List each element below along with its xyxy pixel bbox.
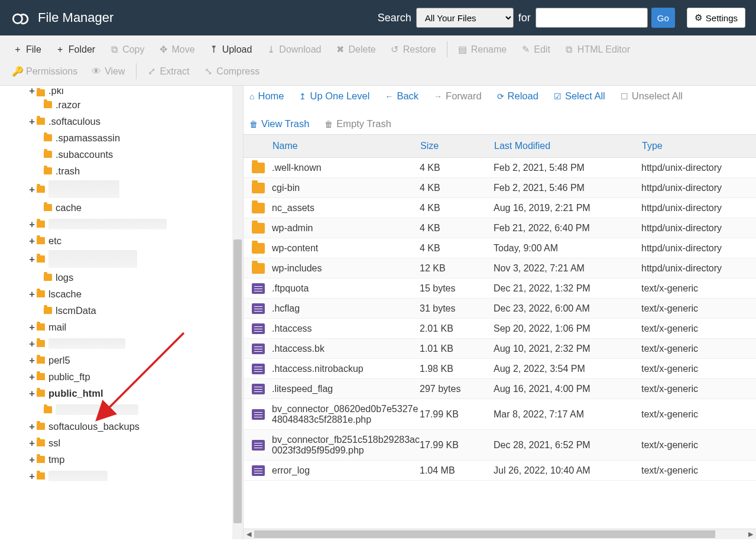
- file-row[interactable]: .ftpquota 15 bytes Dec 21, 2022, 1:32 PM…: [244, 278, 756, 299]
- settings-button[interactable]: ⚙Settings: [687, 8, 745, 28]
- search-input[interactable]: [536, 8, 648, 28]
- folder-icon: [37, 118, 45, 125]
- expand-icon[interactable]: +: [28, 219, 35, 230]
- file-row[interactable]: wp-admin 4 KB Feb 21, 2022, 6:40 PM http…: [244, 218, 756, 238]
- tree-item-public_html[interactable]: +public_html: [6, 385, 243, 401]
- expand-icon[interactable]: +: [28, 338, 35, 349]
- tree-item-.razor[interactable]: .razor: [6, 96, 243, 113]
- search-scope-select[interactable]: All Your Files: [416, 8, 514, 28]
- file-row[interactable]: .htaccess.nitrobackup 1.98 KB Aug 2, 202…: [244, 359, 756, 379]
- file-row[interactable]: .well-known 4 KB Feb 2, 2021, 5:48 PM ht…: [244, 158, 756, 178]
- tree-item-softaculous_backups[interactable]: +softaculous_backups: [6, 418, 243, 435]
- tree-label: ssl: [48, 438, 60, 449]
- file-row[interactable]: wp-content 4 KB Today, 9:00 AM httpd/uni…: [244, 238, 756, 258]
- expand-icon[interactable]: +: [28, 371, 35, 383]
- tree-item-mail[interactable]: +mail: [6, 319, 243, 335]
- file-modified: Feb 2, 2021, 5:48 PM: [494, 163, 641, 173]
- expand-icon[interactable]: +: [28, 289, 35, 300]
- file-row[interactable]: .htaccess.bk 1.01 KB Aug 10, 2021, 2:32 …: [244, 339, 756, 359]
- expand-icon[interactable]: +: [28, 355, 35, 366]
- tool-move: ✥Move: [152, 39, 202, 60]
- tree-item-lscmData[interactable]: lscmData: [6, 302, 243, 319]
- app-title: File Manager: [38, 10, 113, 25]
- col-last-modified[interactable]: Last Modified: [494, 141, 642, 151]
- tree-item-masked[interactable]: [6, 401, 243, 418]
- tree-item-masked[interactable]: +: [6, 468, 243, 484]
- tool-file[interactable]: +File: [6, 39, 48, 60]
- action-selectall[interactable]: ☑Select All: [554, 90, 605, 102]
- tree-item-ssl[interactable]: +ssl: [6, 435, 243, 451]
- for-label: for: [518, 12, 531, 24]
- expand-icon[interactable]: +: [28, 254, 35, 265]
- tree-item-masked[interactable]: +: [6, 249, 243, 269]
- masked-label: [48, 250, 137, 268]
- upload-icon: ⤒: [209, 44, 219, 55]
- action-reload[interactable]: ⟳Reload: [497, 90, 538, 102]
- file-grid: .well-known 4 KB Feb 2, 2021, 5:48 PM ht…: [244, 158, 756, 529]
- compress-icon: ⤡: [203, 66, 213, 77]
- file-modified: Dec 23, 2022, 6:00 AM: [494, 303, 641, 314]
- tree-item-.trash[interactable]: .trash: [6, 163, 243, 179]
- app-header: File Manager Search All Your Files for G…: [0, 0, 756, 35]
- tree-scrollbar[interactable]: [232, 86, 243, 539]
- folder-icon: [44, 151, 52, 158]
- tree-label: .softaculous: [48, 116, 100, 127]
- tree-item-masked[interactable]: +: [6, 335, 243, 352]
- expand-icon[interactable]: +: [28, 184, 35, 195]
- file-row[interactable]: error_log 1.04 MB Jul 26, 2022, 10:40 AM…: [244, 461, 756, 481]
- action-viewtrash[interactable]: 🗑View Trash: [249, 118, 309, 129]
- expand-icon[interactable]: +: [28, 88, 35, 96]
- tree-item-.spamassassin[interactable]: .spamassassin: [6, 129, 243, 146]
- file-row[interactable]: .hcflag 31 bytes Dec 23, 2022, 6:00 AM t…: [244, 299, 756, 319]
- file-row[interactable]: bv_connector_08620ed0b7e5327e48048483c5f…: [244, 399, 756, 430]
- expand-icon[interactable]: +: [28, 438, 35, 449]
- tree-item-lscache[interactable]: +lscache: [6, 286, 243, 302]
- action-back[interactable]: ←Back: [385, 90, 418, 102]
- action-forward: →Forward: [434, 90, 482, 102]
- folder-icon: [44, 274, 52, 281]
- file-type: text/x-generic: [641, 409, 748, 420]
- expand-icon[interactable]: +: [28, 322, 35, 333]
- folder-icon: [37, 357, 45, 364]
- horizontal-scrollbar[interactable]: ◀▶: [244, 529, 756, 539]
- file-type: text/x-generic: [641, 440, 748, 451]
- tool-folder[interactable]: +Folder: [48, 39, 102, 60]
- file-row[interactable]: bv_connector_fb251c518b29283ac0023f3d95f…: [244, 430, 756, 461]
- file-row[interactable]: .htaccess 2.01 KB Sep 20, 2022, 1:06 PM …: [244, 319, 756, 339]
- tree-item-etc[interactable]: +etc: [6, 232, 243, 249]
- expand-icon[interactable]: +: [28, 421, 35, 432]
- file-row[interactable]: nc_assets 4 KB Aug 16, 2019, 2:21 PM htt…: [244, 198, 756, 218]
- expand-icon[interactable]: +: [28, 454, 35, 465]
- expand-icon[interactable]: +: [28, 388, 35, 399]
- tree-item-masked[interactable]: +: [6, 216, 243, 232]
- restore-icon: ↺: [390, 44, 400, 55]
- tree-item-.softaculous[interactable]: +.softaculous: [6, 113, 243, 129]
- tree-item-.pki[interactable]: +.pki: [6, 88, 243, 96]
- expand-icon[interactable]: +: [28, 116, 35, 127]
- tree-item-public_ftp[interactable]: +public_ftp: [6, 368, 243, 385]
- file-type: httpd/unix-directory: [641, 163, 748, 173]
- tree-item-perl5[interactable]: +perl5: [6, 352, 243, 368]
- file-size: 15 bytes: [420, 283, 494, 294]
- go-button[interactable]: Go: [651, 8, 675, 28]
- file-type: text/x-generic: [641, 283, 748, 294]
- file-row[interactable]: .litespeed_flag 297 bytes Aug 16, 2021, …: [244, 379, 756, 399]
- file-row[interactable]: cgi-bin 4 KB Feb 2, 2021, 5:46 PM httpd/…: [244, 178, 756, 198]
- action-up[interactable]: ↥Up One Level: [299, 90, 369, 102]
- col-type[interactable]: Type: [642, 141, 748, 151]
- tree-item-tmp[interactable]: +tmp: [6, 451, 243, 468]
- file-size: 4 KB: [420, 203, 494, 213]
- tree-item-logs[interactable]: logs: [6, 269, 243, 286]
- expand-icon[interactable]: +: [28, 471, 35, 482]
- expand-icon[interactable]: +: [28, 235, 35, 247]
- file-row[interactable]: wp-includes 12 KB Nov 3, 2022, 7:21 AM h…: [244, 258, 756, 278]
- col-name[interactable]: Name: [252, 141, 420, 151]
- tree-item-cache[interactable]: cache: [6, 199, 243, 216]
- tree-item-masked[interactable]: +: [6, 179, 243, 199]
- tree-label: .pki: [48, 88, 64, 96]
- col-size[interactable]: Size: [420, 141, 494, 151]
- tool-upload[interactable]: ⤒Upload: [202, 39, 259, 60]
- tree-item-.subaccounts[interactable]: .subaccounts: [6, 146, 243, 163]
- folder-icon: [44, 307, 52, 314]
- action-home[interactable]: ⌂Home: [249, 90, 284, 102]
